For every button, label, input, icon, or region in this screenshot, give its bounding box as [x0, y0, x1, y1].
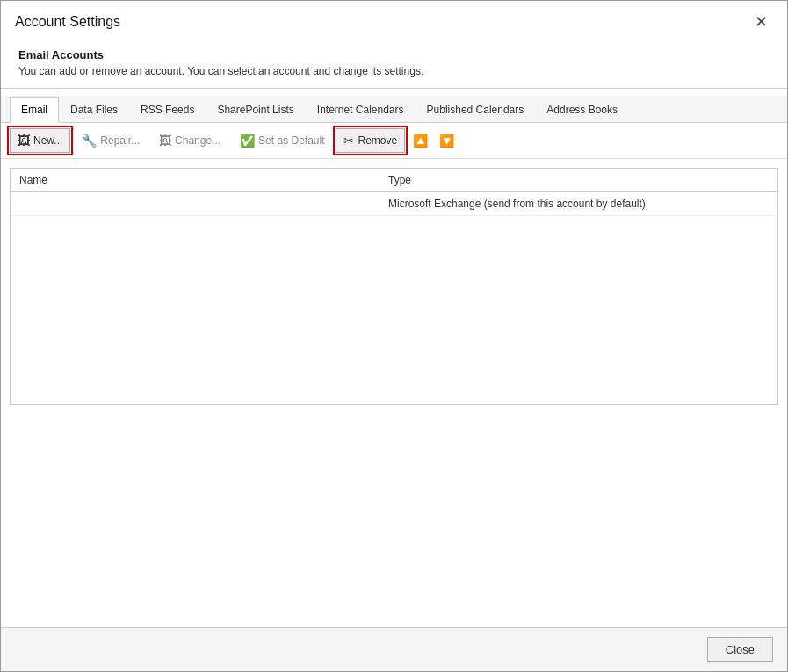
- set-default-label: Set as Default: [258, 134, 324, 147]
- tab-published-calendars[interactable]: Published Calendars: [416, 97, 536, 123]
- content-area: Name Type Microsoft Exchange (send from …: [1, 159, 787, 627]
- section-description: You can add or remove an account. You ca…: [18, 65, 770, 77]
- tabs-bar: Email Data Files RSS Feeds SharePoint Li…: [1, 96, 787, 123]
- table-header: Name Type: [11, 169, 777, 192]
- remove-label: Remove: [358, 134, 397, 147]
- row-type: Microsoft Exchange (send from this accou…: [388, 198, 769, 210]
- tab-rss-feeds[interactable]: RSS Feeds: [129, 97, 206, 123]
- change-label: Change...: [175, 134, 220, 147]
- set-default-button[interactable]: ✅ Set as Default: [232, 128, 332, 153]
- move-up-button[interactable]: 🔼: [408, 129, 431, 152]
- new-icon: 🖼: [18, 134, 30, 148]
- close-icon-button[interactable]: ✕: [748, 10, 773, 34]
- tab-internet-calendars[interactable]: Internet Calendars: [306, 97, 416, 123]
- dialog-title: Account Settings: [15, 14, 120, 30]
- column-type-header: Type: [388, 174, 769, 186]
- remove-button[interactable]: ✂ Remove: [336, 128, 405, 153]
- down-arrow-icon: 🔽: [439, 134, 454, 148]
- tab-email[interactable]: Email: [10, 97, 59, 123]
- account-table: Name Type Microsoft Exchange (send from …: [10, 168, 778, 405]
- new-button[interactable]: 🖼 New...: [10, 128, 70, 153]
- row-name: [19, 198, 388, 210]
- change-icon: 🖼: [159, 134, 171, 148]
- remove-icon: ✂: [343, 134, 354, 148]
- close-button[interactable]: Close: [707, 637, 773, 662]
- new-label: New...: [33, 134, 62, 147]
- section-heading: Email Accounts: [18, 48, 770, 61]
- tab-data-files[interactable]: Data Files: [59, 97, 129, 123]
- table-row[interactable]: Microsoft Exchange (send from this accou…: [11, 192, 777, 216]
- column-name-header: Name: [19, 174, 388, 186]
- account-settings-dialog: Account Settings ✕ Email Accounts You ca…: [0, 0, 788, 672]
- up-arrow-icon: 🔼: [413, 134, 428, 148]
- move-down-button[interactable]: 🔽: [435, 129, 458, 152]
- header-section: Email Accounts You can add or remove an …: [1, 40, 787, 89]
- repair-button[interactable]: 🔧 Repair...: [74, 128, 148, 153]
- set-default-icon: ✅: [240, 134, 255, 148]
- tab-sharepoint-lists[interactable]: SharePoint Lists: [206, 97, 305, 123]
- footer: Close: [1, 627, 787, 671]
- change-button[interactable]: 🖼 Change...: [151, 128, 228, 153]
- toolbar: 🖼 New... 🔧 Repair... 🖼 Change... ✅ Set a…: [1, 123, 787, 159]
- repair-icon: 🔧: [82, 134, 97, 148]
- title-bar: Account Settings ✕: [1, 1, 787, 40]
- tab-address-books[interactable]: Address Books: [535, 97, 629, 123]
- repair-label: Repair...: [100, 134, 140, 147]
